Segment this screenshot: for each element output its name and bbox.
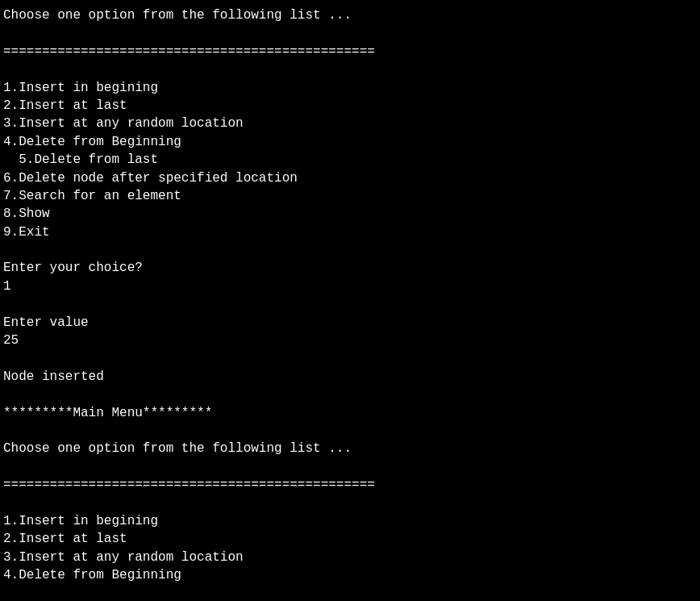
terminal-output: Choose one option from the following lis… [3,6,697,585]
terminal-line: Choose one option from the following lis… [3,6,697,24]
terminal-line: ========================================… [3,476,697,494]
terminal-line: 5.Delete from last [3,151,697,169]
terminal-line: 2.Insert at last [3,530,697,548]
terminal-line [3,386,697,403]
terminal-line: 6.Delete node after specified location [3,169,697,187]
terminal-line [3,349,697,367]
terminal-line: Choose one option from the following lis… [3,440,697,457]
terminal-line [3,422,697,440]
terminal-line: 2.Insert at last [3,97,697,115]
terminal-line: 3.Insert at any random location [3,549,697,566]
terminal-line: 4.Delete from Beginning [3,566,697,584]
terminal-line: 1.Insert in begining [3,512,697,530]
terminal-line: Node inserted [3,368,697,386]
terminal-line: 25 [3,332,697,349]
terminal-line [3,241,697,259]
terminal-line: Enter value [3,314,697,332]
terminal-line [3,24,697,42]
terminal-line: 9.Exit [3,223,697,241]
terminal-line: 7.Search for an element [3,187,697,205]
terminal-line: 8.Show [3,205,697,223]
terminal-line: ========================================… [3,43,697,61]
terminal-line [3,295,697,313]
terminal-line [3,458,697,476]
terminal-line [3,61,697,78]
terminal-line: 3.Insert at any random location [3,115,697,132]
terminal-line: *********Main Menu********* [3,404,697,422]
terminal-line: 1.Insert in begining [3,79,697,97]
terminal-line: 4.Delete from Beginning [3,133,697,151]
terminal-line [3,495,697,512]
terminal-line: 1 [3,278,697,295]
terminal-line: Enter your choice? [3,259,697,277]
